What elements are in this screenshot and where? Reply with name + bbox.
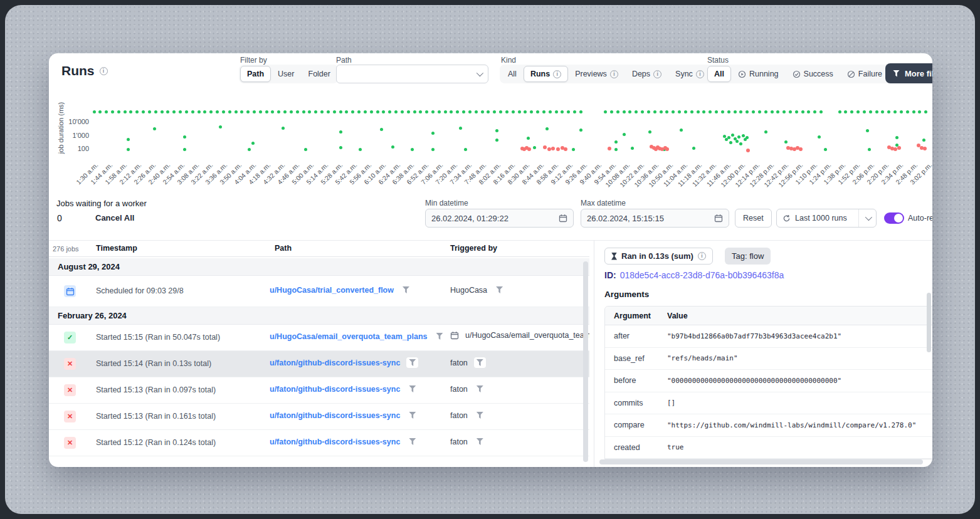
filter-by-user[interactable]: User <box>271 66 301 82</box>
run-dot-success[interactable] <box>117 110 120 113</box>
run-dot-success[interactable] <box>604 110 607 113</box>
run-dot-success[interactable] <box>641 110 644 113</box>
run-dot-success[interactable] <box>282 127 285 130</box>
path-filter-button[interactable] <box>400 285 412 295</box>
triggered-by-filter-button[interactable] <box>474 436 486 447</box>
table-row[interactable]: ✕ Started 15:13 (Ran in 0.097s total) u/… <box>49 377 589 404</box>
run-dot-success[interactable] <box>727 110 730 113</box>
run-dot-failure[interactable] <box>799 147 803 151</box>
run-dot-success[interactable] <box>795 110 798 113</box>
run-dot-failure[interactable] <box>543 145 547 149</box>
path-link[interactable]: u/faton/github-discord-issues-sync <box>270 438 400 446</box>
run-dot-success[interactable] <box>127 138 130 141</box>
run-dot-success[interactable] <box>129 110 132 113</box>
run-dot-success[interactable] <box>154 110 157 113</box>
run-dot-success[interactable] <box>702 110 705 113</box>
kind-previews[interactable]: Previews <box>568 66 625 82</box>
run-dot-success[interactable] <box>764 130 767 134</box>
run-dot-success[interactable] <box>614 148 618 151</box>
run-dot-success[interactable] <box>345 110 348 113</box>
run-dot-success[interactable] <box>678 110 681 113</box>
path-filter-button[interactable] <box>406 384 418 394</box>
run-dot-success[interactable] <box>572 148 575 151</box>
run-dot-success[interactable] <box>838 110 841 113</box>
run-dot-success[interactable] <box>579 110 582 113</box>
run-dot-success[interactable] <box>801 110 804 113</box>
cancel-all-button[interactable]: Cancel All <box>95 213 134 223</box>
run-dot-success[interactable] <box>357 110 361 113</box>
run-dot-success[interactable] <box>542 110 545 113</box>
status-failure[interactable]: Failure <box>840 66 889 82</box>
last-runs-refresh[interactable]: Last 1000 runs <box>777 214 858 223</box>
table-row[interactable]: ✕ Started 15:12 (Ran in 0.124s total) u/… <box>49 430 589 456</box>
run-dot-success[interactable] <box>265 110 268 113</box>
info-icon[interactable] <box>553 70 561 78</box>
run-dot-success[interactable] <box>219 125 222 128</box>
calendar-icon[interactable] <box>559 214 567 223</box>
filter-by-folder[interactable]: Folder <box>302 66 337 82</box>
run-dot-failure[interactable] <box>608 147 611 150</box>
run-dot-success[interactable] <box>527 137 530 140</box>
triggered-by-filter-button[interactable] <box>474 410 486 421</box>
run-dot-success[interactable] <box>771 110 774 113</box>
run-dot-success[interactable] <box>561 110 564 113</box>
run-dot-success[interactable] <box>475 110 478 113</box>
run-dot-failure[interactable] <box>665 147 669 151</box>
run-dot-success[interactable] <box>866 129 869 132</box>
run-dot-success[interactable] <box>887 110 890 113</box>
run-dot-success[interactable] <box>320 110 324 113</box>
run-dot-success[interactable] <box>549 110 552 113</box>
run-dot-success[interactable] <box>723 135 726 138</box>
run-dot-success[interactable] <box>251 142 255 145</box>
run-dot-success[interactable] <box>715 110 718 113</box>
max-datetime-input[interactable]: 26.02.2024, 15:15:15 <box>581 209 729 228</box>
run-dot-success[interactable] <box>419 110 422 113</box>
run-dot-success[interactable] <box>735 140 739 143</box>
run-dot-success[interactable] <box>124 110 127 113</box>
run-dot-success[interactable] <box>259 110 262 113</box>
run-dot-success[interactable] <box>579 128 582 132</box>
auto-refresh-toggle[interactable] <box>884 212 904 224</box>
run-dot-success[interactable] <box>283 110 287 113</box>
run-dot-success[interactable] <box>127 148 130 151</box>
run-dot-success[interactable] <box>308 110 311 113</box>
run-dot-success[interactable] <box>105 110 108 113</box>
run-dot-success[interactable] <box>746 136 749 139</box>
run-dot-success[interactable] <box>922 139 925 142</box>
run-dot-success[interactable] <box>431 132 435 135</box>
kind-deps[interactable]: Deps <box>625 66 668 82</box>
run-dot-success[interactable] <box>327 110 330 113</box>
info-icon[interactable] <box>696 70 704 78</box>
detail-scrollbar-vertical[interactable] <box>927 293 931 352</box>
run-dot-success[interactable] <box>161 110 164 113</box>
run-dot-success[interactable] <box>807 110 810 113</box>
info-icon[interactable] <box>610 70 618 78</box>
run-dot-success[interactable] <box>481 110 484 113</box>
run-dot-success[interactable] <box>692 147 695 150</box>
run-dot-success[interactable] <box>653 110 656 113</box>
run-dot-success[interactable] <box>296 110 299 113</box>
run-dot-success[interactable] <box>240 110 243 113</box>
path-filter-button[interactable] <box>406 357 418 368</box>
run-dot-success[interactable] <box>462 110 465 113</box>
run-dot-success[interactable] <box>380 128 383 131</box>
run-dot-failure[interactable] <box>551 147 555 150</box>
run-dot-success[interactable] <box>734 110 737 113</box>
run-dot-success[interactable] <box>370 110 373 113</box>
run-dot-success[interactable] <box>742 134 745 137</box>
run-dot-success[interactable] <box>729 141 732 144</box>
run-dot-success[interactable] <box>179 110 182 113</box>
run-dot-success[interactable] <box>737 135 740 139</box>
run-dot-success[interactable] <box>495 129 498 132</box>
run-dot-success[interactable] <box>364 110 367 113</box>
run-dot-success[interactable] <box>468 110 472 113</box>
table-row[interactable]: ✓ Started 15:15 (Ran in 50.047s total) u… <box>49 325 589 351</box>
reset-button[interactable]: Reset <box>735 209 772 228</box>
run-dot-success[interactable] <box>413 110 416 113</box>
run-dot-success[interactable] <box>394 110 398 113</box>
run-dot-success[interactable] <box>863 110 866 113</box>
last-runs-dropdown[interactable] <box>858 209 876 227</box>
run-dot-success[interactable] <box>912 110 915 113</box>
run-dot-failure[interactable] <box>564 147 567 151</box>
run-dot-success[interactable] <box>234 110 238 113</box>
